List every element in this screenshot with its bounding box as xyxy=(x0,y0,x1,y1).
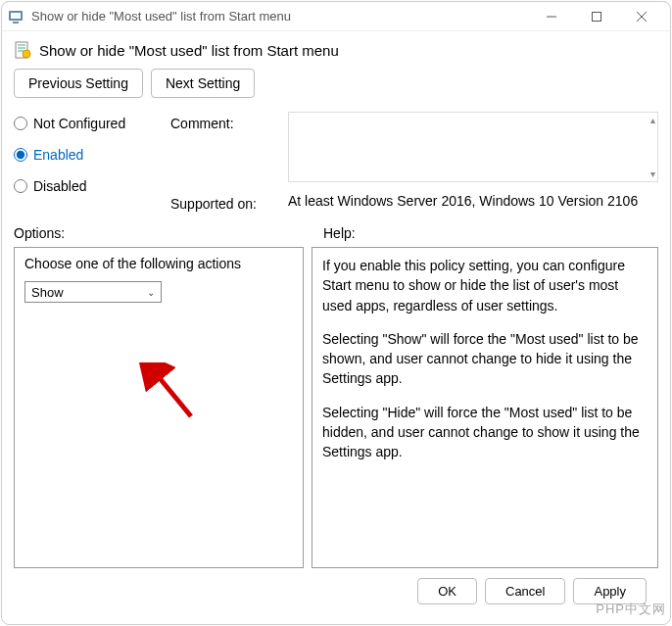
apply-button[interactable]: Apply xyxy=(573,578,647,604)
svg-point-11 xyxy=(23,50,30,58)
config-grid: Not Configured Enabled Disabled Comment:… xyxy=(14,112,658,212)
nav-buttons: Previous Setting Next Setting xyxy=(14,69,658,98)
policy-title: Show or hide "Most used" list from Start… xyxy=(39,42,339,59)
options-panel: Choose one of the following actions Show… xyxy=(14,247,304,568)
comment-label: Comment: xyxy=(170,112,288,131)
ok-button[interactable]: OK xyxy=(417,578,477,604)
scroll-up-icon[interactable]: ▴ xyxy=(650,115,655,125)
radio-not-configured-label: Not Configured xyxy=(33,116,125,131)
svg-rect-2 xyxy=(13,22,19,24)
help-p2: Selecting "Show" will force the "Most us… xyxy=(322,329,648,389)
titlebar: Show or hide "Most used" list from Start… xyxy=(2,2,670,31)
close-button[interactable] xyxy=(619,3,664,30)
app-icon xyxy=(8,9,24,24)
policy-dialog: Show or hide "Most used" list from Start… xyxy=(1,1,671,625)
header-row: Show or hide "Most used" list from Start… xyxy=(14,41,658,59)
dropdown-value: Show xyxy=(31,285,64,300)
cancel-button[interactable]: Cancel xyxy=(485,578,565,604)
help-p1: If you enable this policy setting, you c… xyxy=(322,256,648,315)
panels: Choose one of the following actions Show… xyxy=(14,247,658,568)
comment-textarea[interactable]: ▴ ▾ xyxy=(288,112,658,182)
content-area: Show or hide "Most used" list from Start… xyxy=(2,31,670,624)
radio-enabled-label: Enabled xyxy=(33,147,83,163)
policy-icon xyxy=(14,41,31,59)
window-title: Show or hide "Most used" list from Start… xyxy=(31,9,529,24)
state-radio-group: Not Configured Enabled Disabled xyxy=(14,112,170,194)
radio-enabled-input[interactable] xyxy=(14,148,27,162)
action-dropdown[interactable]: Show ⌄ xyxy=(24,281,162,303)
minimize-button[interactable] xyxy=(529,3,574,30)
scroll-down-icon[interactable]: ▾ xyxy=(650,169,655,179)
help-p3: Selecting "Hide" will force the "Most us… xyxy=(322,403,648,462)
svg-rect-4 xyxy=(593,12,601,21)
radio-not-configured-input[interactable] xyxy=(14,117,27,130)
radio-disabled-input[interactable] xyxy=(14,179,27,193)
supported-on-label: Supported on: xyxy=(170,192,288,212)
next-setting-button[interactable]: Next Setting xyxy=(151,69,255,98)
options-action-label: Choose one of the following actions xyxy=(24,256,293,271)
supported-on-text: At least Windows Server 2016, Windows 10… xyxy=(288,192,658,212)
maximize-button[interactable] xyxy=(574,3,619,30)
radio-disabled[interactable]: Disabled xyxy=(14,178,170,194)
footer: OK Cancel Apply xyxy=(14,568,658,614)
window-controls xyxy=(529,3,664,30)
radio-not-configured[interactable]: Not Configured xyxy=(14,116,170,131)
radio-enabled[interactable]: Enabled xyxy=(14,147,170,163)
help-panel: If you enable this policy setting, you c… xyxy=(312,247,658,568)
svg-rect-1 xyxy=(11,13,21,19)
radio-disabled-label: Disabled xyxy=(33,178,86,194)
options-label: Options: xyxy=(14,225,308,241)
chevron-down-icon: ⌄ xyxy=(147,287,155,298)
section-labels: Options: Help: xyxy=(14,225,658,241)
previous-setting-button[interactable]: Previous Setting xyxy=(14,69,143,98)
help-label: Help: xyxy=(308,225,356,241)
